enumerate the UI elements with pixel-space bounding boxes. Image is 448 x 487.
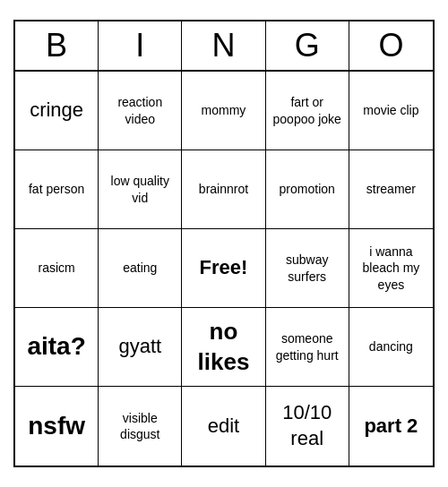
bingo-cell: dancing	[349, 308, 433, 387]
bingo-cell: 10/10 real	[266, 387, 349, 466]
bingo-cell: no likes	[182, 308, 265, 387]
bingo-cell: fat person	[15, 150, 99, 229]
bingo-cell: i wanna bleach my eyes	[349, 229, 433, 308]
bingo-cell: fart or poopoo joke	[266, 72, 349, 150]
bingo-cell: rasicm	[15, 229, 99, 308]
bingo-grid: cringereaction videomommyfart or poopoo …	[15, 72, 433, 466]
bingo-cell: part 2	[349, 387, 433, 466]
bingo-card: BINGO cringereaction videomommyfart or p…	[13, 20, 435, 467]
bingo-cell: reaction video	[99, 72, 182, 150]
bingo-cell: promotion	[266, 150, 349, 229]
header-letter: O	[349, 21, 433, 70]
bingo-cell: streamer	[349, 150, 433, 229]
bingo-cell: subway surfers	[266, 229, 349, 308]
bingo-cell: eating	[99, 229, 182, 308]
bingo-cell: mommy	[182, 72, 265, 150]
bingo-cell: edit	[182, 387, 265, 466]
bingo-header: BINGO	[15, 21, 433, 72]
header-letter: N	[182, 21, 265, 70]
bingo-cell: low quality vid	[99, 150, 182, 229]
bingo-cell: gyatt	[99, 308, 182, 387]
bingo-cell: brainnrot	[182, 150, 265, 229]
bingo-cell: aita?	[15, 308, 99, 387]
header-letter: B	[15, 21, 99, 70]
bingo-cell: visible disgust	[99, 387, 182, 466]
header-letter: G	[266, 21, 349, 70]
bingo-cell: Free!	[182, 229, 265, 308]
bingo-cell: someone getting hurt	[266, 308, 349, 387]
header-letter: I	[99, 21, 182, 70]
bingo-cell: movie clip	[349, 72, 433, 150]
bingo-cell: nsfw	[15, 387, 99, 466]
bingo-cell: cringe	[15, 72, 99, 150]
